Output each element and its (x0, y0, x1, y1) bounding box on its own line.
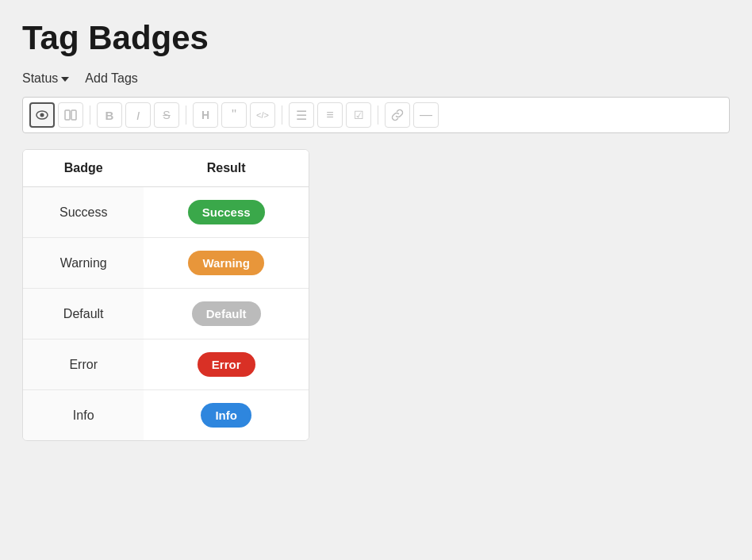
meta-row: Status Add Tags (22, 71, 730, 86)
badge-info: Info (201, 403, 251, 428)
hr-icon: — (420, 108, 432, 122)
badge-label: Info (23, 390, 144, 441)
badge-label: Error (23, 339, 144, 390)
col-header-badge: Badge (23, 150, 144, 187)
unordered-list-btn[interactable]: ☰ (289, 102, 314, 128)
col-header-result: Result (144, 150, 309, 187)
code-icon: </> (256, 110, 269, 120)
italic-btn[interactable]: I (125, 102, 151, 128)
strikethrough-icon: S (163, 109, 170, 121)
badge-result: Error (144, 339, 309, 390)
badge-label: Default (23, 289, 144, 339)
badge-error: Error (198, 352, 255, 377)
hr-btn[interactable]: — (413, 102, 439, 128)
status-label: Status (22, 71, 58, 86)
code-btn[interactable]: </> (250, 102, 275, 128)
badge-result: Success (144, 187, 309, 238)
divider-4 (378, 105, 378, 125)
badges-table: Badge Result SuccessSuccessWarningWarnin… (23, 150, 309, 440)
badge-success: Success (188, 200, 265, 224)
content-area: Badge Result SuccessSuccessWarningWarnin… (22, 149, 309, 441)
ordered-list-btn[interactable]: ≡ (317, 102, 343, 128)
table-row: InfoInfo (23, 390, 309, 441)
link-icon (391, 109, 404, 121)
badge-result: Default (144, 289, 309, 339)
columns-icon (64, 109, 77, 121)
badge-label: Success (23, 187, 144, 238)
ol-icon: ≡ (326, 108, 333, 122)
table-header-row: Badge Result (23, 150, 309, 187)
badge-warning: Warning (188, 251, 263, 275)
page: Tag Badges Status Add Tags B I (0, 0, 752, 560)
eye-icon (36, 109, 48, 121)
heading-btn[interactable]: H (193, 102, 218, 128)
badge-default: Default (192, 301, 261, 326)
svg-rect-2 (65, 110, 70, 120)
link-btn[interactable] (385, 102, 410, 128)
preview-btn[interactable] (29, 102, 55, 128)
ul-icon: ☰ (296, 108, 307, 123)
bold-icon: B (106, 109, 114, 122)
task-list-btn[interactable]: ☑ (346, 102, 371, 128)
page-title: Tag Badges (22, 19, 730, 57)
split-btn[interactable] (58, 102, 83, 128)
add-tags-label: Add Tags (85, 71, 137, 86)
task-icon: ☑ (354, 109, 364, 121)
chevron-down-icon (61, 77, 69, 82)
svg-point-1 (40, 113, 44, 117)
editor-toolbar: B I S H " </> ☰ ≡ ☑ (22, 97, 730, 133)
bold-btn[interactable]: B (97, 102, 122, 128)
badge-result: Info (144, 390, 309, 441)
italic-icon: I (136, 109, 140, 122)
divider-2 (186, 105, 186, 125)
table-row: ErrorError (23, 339, 309, 390)
quote-btn[interactable]: " (221, 102, 247, 128)
strikethrough-btn[interactable]: S (154, 102, 179, 128)
heading-icon: H (201, 109, 209, 121)
table-row: SuccessSuccess (23, 187, 309, 238)
quote-icon: " (232, 107, 236, 123)
status-button[interactable]: Status (22, 71, 69, 86)
table-row: WarningWarning (23, 238, 309, 289)
svg-rect-3 (71, 110, 76, 120)
divider-3 (282, 105, 282, 125)
badge-result: Warning (144, 238, 309, 289)
badge-label: Warning (23, 238, 144, 289)
divider-1 (90, 105, 90, 125)
table-row: DefaultDefault (23, 289, 309, 339)
add-tags-button[interactable]: Add Tags (85, 71, 137, 86)
